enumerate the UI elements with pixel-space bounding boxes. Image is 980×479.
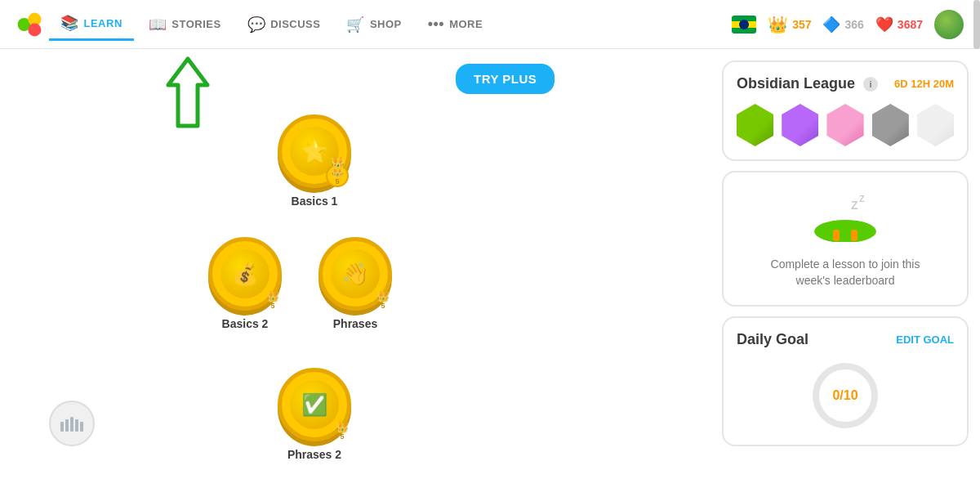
gem-green[interactable] bbox=[737, 104, 773, 146]
leaderboard-card: Z Z Complete a lesson to join this week'… bbox=[722, 171, 969, 307]
daily-goal-title: Daily Goal bbox=[737, 331, 808, 348]
league-gems bbox=[737, 104, 954, 146]
nav-shop[interactable]: 🛒 SHOP bbox=[335, 9, 412, 40]
nav-stats: 👑 357 🔷 366 ❤️ 3687 bbox=[732, 10, 964, 39]
league-card: Obsidian League i 6D 12H 20M bbox=[722, 60, 969, 161]
league-title: Obsidian League bbox=[737, 75, 855, 92]
main-content: TRY PLUS 🌟 👑 5 Basics 1 💰 👑 5 Ba bbox=[0, 49, 980, 479]
left-panel: TRY PLUS 🌟 👑 5 Basics 1 💰 👑 5 Ba bbox=[0, 49, 710, 479]
up-arrow bbox=[163, 56, 212, 129]
phrases2-circle: ✅ 👑 5 bbox=[278, 368, 351, 441]
svg-text:Z: Z bbox=[851, 199, 858, 212]
basics1-badge: 👑 5 bbox=[326, 164, 349, 187]
phrases2-badge: 👑 5 bbox=[336, 421, 349, 441]
sleep-figure: Z Z bbox=[808, 189, 882, 248]
nav-more[interactable]: ••• MORE bbox=[416, 9, 494, 39]
hearts-stat: ❤️ 3687 bbox=[875, 16, 923, 34]
goal-progress: 0/10 bbox=[737, 356, 954, 432]
nav-stories[interactable]: 📖 STORIES bbox=[137, 9, 233, 40]
nav-discuss-label: DISCUSS bbox=[270, 18, 320, 30]
nav-learn-label: LEARN bbox=[84, 17, 122, 29]
strength-button[interactable] bbox=[49, 401, 95, 446]
basics1-label: Basics 1 bbox=[292, 195, 338, 208]
stories-icon: 📖 bbox=[149, 16, 167, 34]
nav-shop-label: SHOP bbox=[370, 18, 402, 30]
svg-text:Z: Z bbox=[859, 194, 865, 204]
try-plus-button[interactable]: TRY PLUS bbox=[456, 64, 555, 94]
nav-learn[interactable]: 📚 LEARN bbox=[49, 7, 134, 41]
lesson-phrases2[interactable]: ✅ 👑 5 Phrases 2 bbox=[278, 368, 351, 461]
right-panel: Obsidian League i 6D 12H 20M bbox=[710, 49, 980, 479]
basics2-badge: 👑 5 bbox=[266, 290, 279, 310]
nav-stories-label: STORIES bbox=[172, 18, 220, 30]
svg-rect-11 bbox=[851, 230, 858, 241]
svg-rect-4 bbox=[60, 422, 64, 432]
discuss-icon: 💬 bbox=[247, 16, 266, 34]
phrases2-label: Phrases 2 bbox=[287, 448, 341, 461]
gem-purple[interactable] bbox=[782, 104, 818, 146]
phrases-badge: 👑 5 bbox=[376, 290, 390, 310]
streak-stat: 👑 357 bbox=[768, 15, 811, 34]
gem-pink[interactable] bbox=[826, 104, 863, 146]
league-header: Obsidian League i 6D 12H 20M bbox=[737, 75, 954, 92]
sleep-svg: Z Z bbox=[808, 189, 882, 242]
scrollbar-thumb[interactable] bbox=[973, 0, 980, 49]
svg-rect-8 bbox=[80, 422, 83, 432]
basics2-circle: 💰 👑 5 bbox=[208, 237, 282, 311]
crown-icon: 👑 bbox=[768, 15, 788, 34]
gems-stat: 🔷 366 bbox=[822, 16, 863, 34]
phrases-label: Phrases bbox=[333, 317, 377, 330]
user-avatar[interactable] bbox=[934, 10, 964, 39]
gem-gray[interactable] bbox=[917, 104, 954, 146]
goal-circle: 0/10 bbox=[813, 363, 878, 428]
shop-icon: 🛒 bbox=[346, 16, 365, 34]
basics2-label: Basics 2 bbox=[222, 317, 269, 330]
daily-goal-header: Daily Goal EDIT GOAL bbox=[737, 331, 954, 348]
lesson-basics2[interactable]: 💰 👑 5 Basics 2 bbox=[208, 237, 282, 330]
svg-rect-7 bbox=[75, 419, 78, 432]
svg-rect-5 bbox=[65, 419, 69, 432]
nav-discuss[interactable]: 💬 DISCUSS bbox=[236, 9, 332, 40]
leaderboard-message: Complete a lesson to join this week's le… bbox=[771, 257, 920, 289]
avatar-image bbox=[934, 10, 964, 39]
svg-point-9 bbox=[814, 220, 876, 242]
duolingo-logo bbox=[16, 11, 42, 38]
scrollbar[interactable] bbox=[973, 0, 980, 48]
streak-count: 357 bbox=[792, 18, 811, 31]
nav-more-label: MORE bbox=[449, 18, 483, 30]
goal-number: 0/10 bbox=[832, 388, 858, 403]
arrow-container bbox=[163, 56, 212, 129]
lesson-basics1[interactable]: 🌟 👑 5 Basics 1 bbox=[278, 114, 351, 208]
navbar: 📚 LEARN 📖 STORIES 💬 DISCUSS 🛒 SHOP ••• M… bbox=[0, 0, 980, 49]
flag-brazil[interactable] bbox=[732, 16, 756, 34]
gem-black[interactable] bbox=[872, 104, 909, 146]
svg-rect-10 bbox=[833, 230, 840, 241]
more-icon: ••• bbox=[428, 16, 444, 33]
heart-icon: ❤️ bbox=[875, 16, 893, 34]
strength-icon bbox=[60, 415, 83, 432]
phrases-circle: 👋 👑 5 bbox=[318, 237, 392, 311]
league-info-button[interactable]: i bbox=[863, 77, 878, 92]
gems-count: 366 bbox=[844, 18, 863, 31]
svg-rect-6 bbox=[70, 417, 74, 432]
league-timer: 6D 12H 20M bbox=[894, 78, 954, 90]
basics1-circle: 🌟 👑 5 bbox=[278, 114, 351, 188]
edit-goal-button[interactable]: EDIT GOAL bbox=[896, 334, 954, 346]
svg-point-2 bbox=[28, 23, 41, 36]
lesson-phrases[interactable]: 👋 👑 5 Phrases bbox=[318, 237, 392, 330]
gem-nav-icon: 🔷 bbox=[822, 16, 840, 34]
daily-goal-card: Daily Goal EDIT GOAL 0/10 bbox=[722, 316, 969, 446]
svg-marker-3 bbox=[168, 59, 207, 126]
hearts-count: 3687 bbox=[898, 18, 923, 31]
learn-icon: 📚 bbox=[60, 14, 79, 32]
